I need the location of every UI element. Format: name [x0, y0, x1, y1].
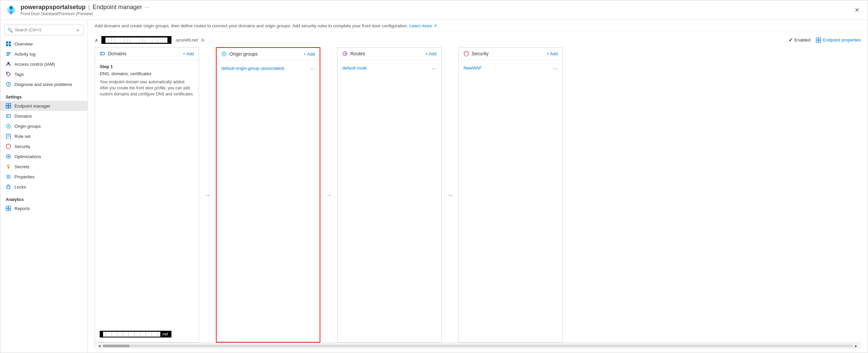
- sidebar-item-secrets[interactable]: Secrets: [0, 161, 88, 172]
- sidebar-item-secrets-label: Secrets: [14, 164, 29, 169]
- page-title: Endpoint manager: [93, 4, 142, 11]
- sidebar-item-origin-groups-label: Origin groups: [14, 124, 41, 129]
- secrets-icon: [6, 164, 11, 169]
- properties-icon: [6, 174, 11, 179]
- default-route-link[interactable]: default-route: [342, 65, 367, 70]
- svg-rect-6: [9, 41, 11, 43]
- svg-point-16: [8, 85, 9, 86]
- overview-icon: [6, 41, 11, 47]
- domains-step-description: Your endpoint domain was automatically a…: [100, 79, 194, 97]
- domains-icon: [6, 113, 11, 119]
- sidebar-item-tags[interactable]: Tags: [0, 69, 88, 79]
- sidebar-item-iam-label: Access control (IAM): [14, 62, 55, 67]
- collapse-sidebar-button[interactable]: «: [75, 27, 81, 33]
- main-content: Add domains and create origin groups, th…: [88, 20, 868, 353]
- sidebar-item-security[interactable]: Security: [0, 141, 88, 151]
- route-item-menu[interactable]: ···: [432, 66, 436, 72]
- endpoint-props-label: Endpoint properties: [823, 37, 861, 42]
- security-add-button[interactable]: + Add: [546, 51, 558, 56]
- sidebar-item-origin-groups[interactable]: Origin groups: [0, 121, 88, 131]
- horizontal-scrollbar[interactable]: ◄ ►: [95, 343, 861, 349]
- svg-rect-9: [6, 52, 10, 53]
- new-waf-link[interactable]: NewWAF: [463, 65, 482, 70]
- svg-rect-42: [819, 40, 821, 42]
- search-input[interactable]: [15, 28, 73, 32]
- iam-icon: [6, 61, 11, 67]
- enabled-badge: ✔ Enabled: [788, 37, 811, 43]
- collapse-endpoint-button[interactable]: ∧: [95, 37, 98, 43]
- sidebar-item-reports-label: Reports: [14, 206, 30, 211]
- svg-rect-36: [9, 206, 11, 208]
- sidebar-item-iam[interactable]: Access control (IAM): [0, 59, 88, 69]
- copy-endpoint-button[interactable]: ⎘: [202, 37, 204, 43]
- title-ellipsis-menu[interactable]: ···: [145, 4, 149, 10]
- sidebar-item-overview[interactable]: Overview: [0, 39, 88, 49]
- route-item-row: default-route ···: [342, 64, 436, 73]
- sidebar-item-domains[interactable]: Domains: [0, 111, 88, 121]
- sidebar-item-reports[interactable]: Reports: [0, 203, 88, 213]
- svg-rect-8: [9, 44, 11, 46]
- endpoint-area: ∧ ████████████████████ .azurefd.net ⎘ ✔ …: [88, 32, 868, 353]
- sidebar-item-optimizations[interactable]: Optimizations: [0, 151, 88, 161]
- info-bar-text: Add domains and create origin groups, th…: [95, 23, 408, 28]
- sidebar-item-optimizations-label: Optimizations: [14, 154, 41, 159]
- routes-add-button[interactable]: + Add: [425, 51, 436, 56]
- columns-wrapper: Domains + Add Step 1 DNS, domains, certi…: [95, 47, 861, 343]
- sidebar-item-activity-log-label: Activity log: [14, 52, 35, 57]
- domains-step-sublabel: DNS, domains, certificates: [100, 71, 194, 76]
- default-origin-group-link[interactable]: default-origin-group (associated): [221, 66, 284, 71]
- endpoint-props-icon: [816, 37, 821, 43]
- sidebar: 🔍 « Overview Activity log: [0, 20, 88, 353]
- learn-more-link[interactable]: Learn more ↗: [409, 23, 436, 28]
- title-bar: powerappsportalsetup | Endpoint manager …: [0, 0, 868, 20]
- svg-rect-18: [9, 104, 11, 106]
- arrow-connector-1: →: [199, 191, 216, 199]
- svg-rect-10: [6, 54, 10, 54]
- sidebar-item-diagnose-label: Diagnose and solve problems: [14, 82, 72, 87]
- endpoint-bottom-suffix: .net: [161, 332, 168, 336]
- origin-groups-column-header: Origin groups + Add: [217, 48, 320, 60]
- origin-group-item-row: default-origin-group (associated) ···: [221, 64, 315, 73]
- security-item-menu[interactable]: ···: [553, 66, 558, 72]
- domains-add-button[interactable]: + Add: [183, 51, 194, 56]
- endpoint-domain-suffix: .azurefd.net: [175, 37, 198, 42]
- sidebar-item-locks[interactable]: Locks: [0, 182, 88, 192]
- endpoint-status: ✔ Enabled Endpoint properties: [788, 37, 861, 43]
- svg-rect-19: [6, 106, 8, 108]
- title-bar-main: powerappsportalsetup | Endpoint manager …: [21, 4, 149, 11]
- sidebar-item-diagnose[interactable]: Diagnose and solve problems: [0, 79, 88, 89]
- svg-rect-43: [100, 52, 104, 55]
- svg-rect-20: [9, 106, 11, 108]
- sidebar-item-activity-log[interactable]: Activity log: [0, 49, 88, 59]
- search-box[interactable]: 🔍 «: [4, 25, 84, 35]
- origin-group-item-menu[interactable]: ···: [311, 66, 315, 72]
- sidebar-item-rule-set[interactable]: Rule set: [0, 131, 88, 141]
- origin-groups-add-button[interactable]: + Add: [304, 52, 315, 57]
- sidebar-item-endpoint-manager[interactable]: Endpoint manager: [0, 101, 88, 111]
- svg-rect-21: [6, 115, 10, 117]
- routes-column: Routes + Add default-route ···: [337, 47, 441, 343]
- security-item-row: NewWAF ···: [463, 64, 558, 73]
- scroll-right-button[interactable]: ►: [853, 344, 860, 348]
- scrollbar-thumb[interactable]: [103, 345, 130, 347]
- columns-container: Domains + Add Step 1 DNS, domains, certi…: [95, 47, 861, 343]
- sidebar-item-domains-label: Domains: [14, 114, 32, 119]
- svg-rect-11: [6, 55, 9, 56]
- svg-rect-17: [6, 104, 8, 106]
- rule-set-icon: [6, 134, 11, 139]
- scroll-left-button[interactable]: ◄: [96, 344, 103, 348]
- domains-column-header: Domains + Add: [95, 48, 199, 60]
- routes-column-body: default-route ···: [338, 60, 441, 342]
- svg-rect-39: [816, 38, 818, 40]
- endpoint-properties-button[interactable]: Endpoint properties: [816, 37, 861, 43]
- sidebar-item-properties[interactable]: Properties: [0, 172, 88, 182]
- domains-column-title: Domains: [108, 51, 180, 56]
- enabled-check-icon: ✔: [788, 37, 793, 43]
- resource-name: powerappsportalsetup: [21, 4, 86, 11]
- locks-icon: [6, 184, 11, 189]
- search-icon: 🔍: [7, 28, 13, 33]
- scrollbar-track[interactable]: [103, 345, 853, 347]
- title-separator: |: [88, 4, 90, 11]
- security-column: Security + Add NewWAF ···: [458, 47, 563, 343]
- close-button[interactable]: ✕: [852, 5, 862, 15]
